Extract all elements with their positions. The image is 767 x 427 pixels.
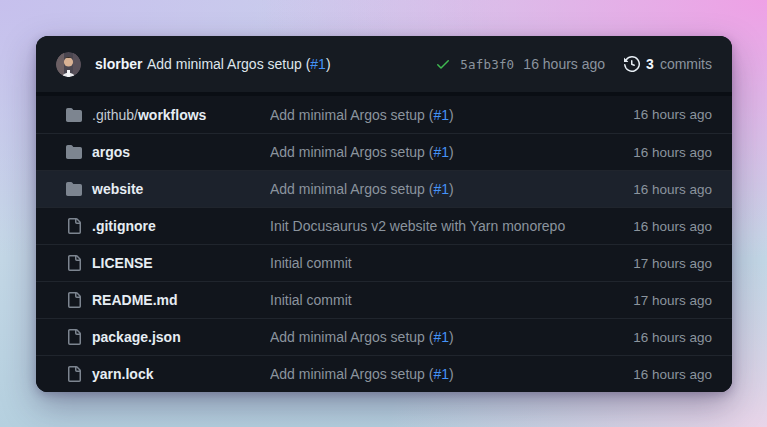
file-row[interactable]: argos Add minimal Argos setup (#1) 16 ho… <box>36 133 732 170</box>
path-prefix[interactable]: .github/ <box>92 107 138 123</box>
folder-icon <box>56 144 92 160</box>
pr-link[interactable]: #1 <box>433 144 449 160</box>
commit-author[interactable]: slorber <box>95 56 142 72</box>
file-link[interactable]: workflows <box>138 107 206 123</box>
file-icon <box>56 218 92 234</box>
file-row[interactable]: .github/workflows Add minimal Argos setu… <box>36 96 732 133</box>
folder-icon <box>56 181 92 197</box>
commit-time: 16 hours ago <box>523 56 605 72</box>
row-commit-message[interactable]: Add minimal Argos setup (#1) <box>270 366 633 382</box>
file-icon <box>56 292 92 308</box>
row-commit-message[interactable]: Add minimal Argos setup (#1) <box>270 329 633 345</box>
repo-file-browser: slorber Add minimal Argos setup (#1) 5af… <box>36 36 732 392</box>
row-commit-date: 16 hours ago <box>633 330 712 345</box>
pr-link[interactable]: #1 <box>433 181 449 197</box>
file-link[interactable]: argos <box>92 144 130 160</box>
file-link[interactable]: LICENSE <box>92 255 153 271</box>
commits-count: 3 <box>646 56 654 72</box>
pr-link[interactable]: #1 <box>310 56 326 72</box>
commits-link[interactable]: 3 commits <box>624 56 712 72</box>
row-commit-message[interactable]: Initial commit <box>270 255 633 271</box>
file-row[interactable]: .gitignore Init Docusaurus v2 website wi… <box>36 207 732 244</box>
commit-message[interactable]: Add minimal Argos setup (#1) <box>147 56 331 72</box>
file-link[interactable]: .gitignore <box>92 218 156 234</box>
commits-label: commits <box>660 56 712 72</box>
file-icon <box>56 255 92 271</box>
file-link[interactable]: README.md <box>92 292 178 308</box>
row-commit-message[interactable]: Init Docusaurus v2 website with Yarn mon… <box>270 218 633 234</box>
row-commit-date: 16 hours ago <box>633 107 712 122</box>
file-icon <box>56 329 92 345</box>
file-row[interactable]: yarn.lock Add minimal Argos setup (#1) 1… <box>36 355 732 392</box>
row-commit-date: 16 hours ago <box>633 182 712 197</box>
row-commit-message[interactable]: Add minimal Argos setup (#1) <box>270 144 633 160</box>
file-icon <box>56 366 92 382</box>
commit-hash[interactable]: 5afb3f0 <box>460 57 514 72</box>
history-icon <box>624 56 640 72</box>
folder-icon <box>56 107 92 123</box>
row-commit-message[interactable]: Add minimal Argos setup (#1) <box>270 181 633 197</box>
pr-link[interactable]: #1 <box>433 329 449 345</box>
check-icon <box>435 56 451 72</box>
row-commit-message[interactable]: Initial commit <box>270 292 633 308</box>
file-link[interactable]: package.json <box>92 329 181 345</box>
file-table: .github/workflows Add minimal Argos setu… <box>36 96 732 392</box>
avatar[interactable] <box>56 52 81 77</box>
row-commit-date: 17 hours ago <box>633 256 712 271</box>
pr-link[interactable]: #1 <box>433 107 449 123</box>
pr-link[interactable]: #1 <box>433 366 449 382</box>
latest-commit-bar: slorber Add minimal Argos setup (#1) 5af… <box>36 36 732 92</box>
file-row[interactable]: package.json Add minimal Argos setup (#1… <box>36 318 732 355</box>
file-link[interactable]: yarn.lock <box>92 366 153 382</box>
file-link[interactable]: website <box>92 181 143 197</box>
row-commit-date: 16 hours ago <box>633 367 712 382</box>
row-commit-date: 16 hours ago <box>633 219 712 234</box>
file-row[interactable]: website Add minimal Argos setup (#1) 16 … <box>36 170 732 207</box>
row-commit-message[interactable]: Add minimal Argos setup (#1) <box>270 107 633 123</box>
row-commit-date: 16 hours ago <box>633 145 712 160</box>
file-row[interactable]: LICENSE Initial commit 17 hours ago <box>36 244 732 281</box>
file-row[interactable]: README.md Initial commit 17 hours ago <box>36 281 732 318</box>
row-commit-date: 17 hours ago <box>633 293 712 308</box>
